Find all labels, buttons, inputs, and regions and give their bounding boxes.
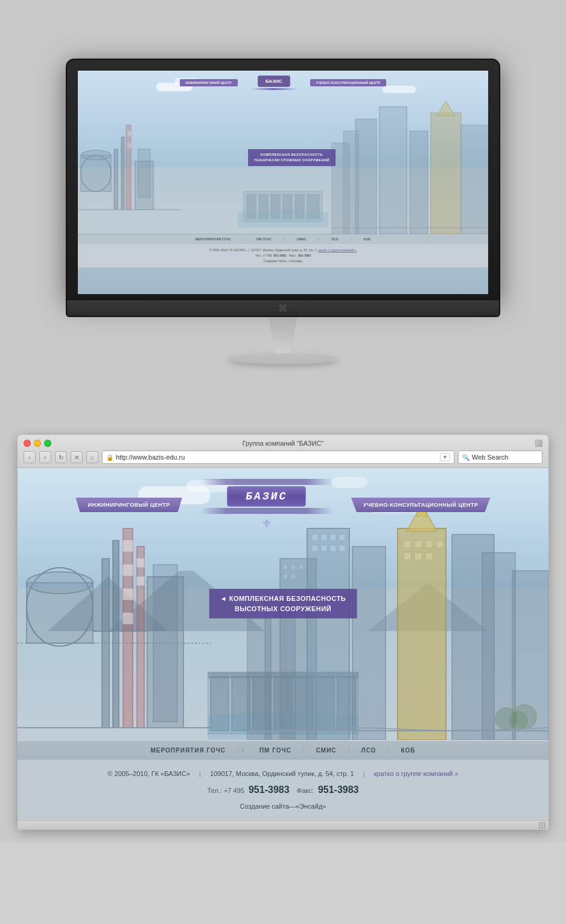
footer-nav-smis[interactable]: СМИС — [304, 747, 349, 754]
svg-point-2 — [81, 150, 111, 160]
svg-rect-82 — [404, 553, 411, 560]
svg-point-90 — [512, 705, 536, 729]
logo-banner[interactable]: БАЗИС — [227, 486, 306, 507]
svg-marker-19 — [437, 101, 455, 116]
svg-rect-70 — [312, 545, 318, 551]
imac-stand-neck — [259, 317, 307, 353]
svg-rect-63 — [283, 574, 288, 579]
svg-rect-42 — [137, 577, 144, 585]
imac-logo[interactable]: БАЗИС — [258, 75, 290, 87]
footer-nav-gochs[interactable]: МЕРОПРИЯТИЯ ГОЧС — [139, 747, 238, 754]
hero-section: ИНЖИНИРИНГОВЫЙ ЦЕНТР БАЗИС ⚜ УЧЕБНО-КОНС… — [17, 468, 549, 740]
imac-footer-nav: МЕРОПРИЯТИЯ ГОЧС › ПМ ГОЧС | СМИС | ЛСО … — [78, 234, 488, 244]
imac-stand-base — [229, 353, 337, 364]
svg-rect-5 — [126, 125, 131, 210]
svg-rect-9 — [138, 149, 150, 197]
minimize-button[interactable] — [34, 440, 41, 447]
svg-rect-20 — [410, 131, 428, 234]
svg-rect-39 — [123, 613, 133, 624]
footer-nav-arrow: › — [242, 748, 244, 754]
url-icon: 🔒 — [106, 454, 113, 461]
industrial-sketch — [17, 510, 211, 740]
svg-rect-6 — [127, 131, 132, 136]
svg-rect-66 — [312, 534, 318, 541]
imac-nav: ИНЖИНИРИНГОВЫЙ ЦЕНТР БАЗИС УЧЕБНО-КОНСУЛ… — [78, 75, 488, 90]
search-magnifier-icon: 🔍 — [462, 454, 469, 461]
resize-icon[interactable] — [535, 440, 542, 447]
svg-rect-69 — [339, 534, 345, 541]
svg-rect-74 — [352, 547, 386, 740]
browser-viewport: ИНЖИНИРИНГОВЫЙ ЦЕНТР БАЗИС ⚜ УЧЕБНО-КОНС… — [17, 468, 549, 820]
search-input-text[interactable]: Web Search — [472, 454, 508, 461]
svg-rect-35 — [123, 528, 133, 728]
imac-copyright: © 2005–2010, ГК «БАЗИС» | 107017, Москва… — [78, 244, 488, 268]
back-button[interactable]: ‹ — [24, 451, 36, 463]
footer-nav-pm[interactable]: ПМ ГОЧС — [247, 747, 304, 754]
svg-rect-61 — [291, 565, 296, 569]
svg-rect-65 — [307, 528, 349, 740]
maximize-button[interactable] — [44, 440, 51, 447]
svg-rect-4 — [121, 137, 124, 210]
resize-handle[interactable] — [539, 822, 546, 829]
imac-screen: ИНЖИНИРИНГОВЫЙ ЦЕНТР БАЗИС УЧЕБНО-КОНСУЛ… — [78, 71, 488, 294]
imac-nav-left[interactable]: ИНЖИНИРИНГОВЫЙ ЦЕНТР — [180, 79, 238, 86]
browser-chrome: Группа компаний "БАЗИС" ‹ › ↻ ✕ ⌂ 🔒 http… — [17, 435, 549, 468]
svg-rect-84 — [425, 553, 433, 560]
forward-button[interactable]: › — [39, 451, 51, 463]
browser-toolbar: ‹ › ↻ ✕ ⌂ 🔒 http://www.bazis-edu.ru ▼ 🔍 … — [24, 451, 542, 464]
imac-headline: КОМПЛЕКСНАЯ БЕЗОПАСНОСТЬ ТЕХНИЧЕСКИ СЛОЖ… — [248, 149, 335, 166]
svg-rect-18 — [431, 113, 461, 234]
svg-rect-62 — [299, 565, 304, 569]
svg-rect-40 — [137, 547, 144, 728]
imac-section: ИНЖИНИРИНГОВЫЙ ЦЕНТР БАЗИС УЧЕБНО-КОНСУЛ… — [0, 0, 566, 423]
hero-headline: ◄ КОМПЛЕКСНАЯ БЕЗОПАСНОСТЬ ВЫСОТНЫХ СООР… — [209, 589, 357, 618]
imac-company-link[interactable]: кратко о группе компаний » — [318, 248, 357, 252]
footer-nav-lso[interactable]: ЛСО — [349, 747, 389, 754]
apple-logo-icon: ⌘ — [278, 303, 288, 314]
svg-rect-13 — [355, 119, 377, 234]
svg-rect-68 — [330, 534, 336, 541]
url-dropdown[interactable]: ▼ — [440, 453, 450, 461]
svg-rect-64 — [291, 574, 296, 579]
svg-point-32 — [27, 572, 93, 594]
nav-left-button[interactable]: ИНЖИНИРИНГОВЫЙ ЦЕНТР — [75, 498, 182, 512]
svg-rect-7 — [127, 143, 132, 148]
svg-rect-73 — [339, 545, 345, 551]
imac-nav-right[interactable]: УЧЕБНО-КОНСУЛЬТАЦИОННЫЙ ЦЕНТР — [310, 79, 387, 86]
svg-rect-36 — [123, 541, 133, 551]
svg-rect-72 — [330, 545, 336, 551]
footer-nav-kob[interactable]: КОБ — [389, 747, 427, 754]
website-full: ИНЖИНИРИНГОВЫЙ ЦЕНТР БАЗИС ⚜ УЧЕБНО-КОНС… — [17, 468, 549, 820]
refresh-button[interactable]: ↻ — [55, 451, 67, 463]
home-button[interactable]: ⌂ — [86, 451, 98, 463]
svg-rect-83 — [415, 553, 422, 560]
svg-rect-37 — [123, 565, 133, 576]
nav-right-button[interactable]: УЧЕБНО-КОНСУЛЬТАЦИОННЫЙ ЦЕНТР — [351, 498, 491, 512]
url-text: http://www.bazis-edu.ru — [116, 454, 185, 461]
svg-rect-21 — [461, 125, 488, 234]
headline-badge[interactable]: ◄ КОМПЛЕКСНАЯ БЕЗОПАСНОСТЬ ВЫСОТНЫХ СООР… — [209, 589, 357, 618]
footer-nav: МЕРОПРИЯТИЯ ГОЧС › ПМ ГОЧС СМИС ЛСО КОБ — [17, 740, 549, 760]
imac-bezel: ИНЖИНИРИНГОВЫЙ ЦЕНТР БАЗИС УЧЕБНО-КОНСУЛ… — [66, 59, 500, 300]
copyright-line1: © 2005–2010, ГК «БАЗИС» | 109017, Москва… — [36, 767, 530, 780]
company-link[interactable]: кратко о группе компаний » — [374, 770, 459, 777]
imac-wrapper: ИНЖИНИРИНГОВЫЙ ЦЕНТР БАЗИС УЧЕБНО-КОНСУЛ… — [66, 59, 500, 364]
svg-rect-3 — [114, 149, 118, 210]
close-button[interactable] — [24, 440, 31, 447]
svg-rect-79 — [415, 541, 422, 548]
close-tab-button[interactable]: ✕ — [71, 451, 83, 463]
copyright-section: © 2005–2010, ГК «БАЗИС» | 109017, Москва… — [17, 760, 549, 820]
url-bar[interactable]: 🔒 http://www.bazis-edu.ru ▼ — [102, 451, 454, 464]
browser-window: Группа компаний "БАЗИС" ‹ › ↻ ✕ ⌂ 🔒 http… — [17, 435, 549, 830]
imac-chin: ⌘ — [66, 300, 500, 317]
search-bar[interactable]: 🔍 Web Search — [458, 451, 542, 464]
svg-rect-34 — [113, 541, 119, 728]
svg-rect-15 — [363, 125, 365, 127]
site-nav: ИНЖИНИРИНГОВЫЙ ЦЕНТР БАЗИС ⚜ УЧЕБНО-КОНС… — [17, 479, 549, 531]
svg-rect-38 — [123, 589, 133, 600]
copyright-tel-line: Тел.: +7 495 951-3983 Факс: 951-3983 — [36, 780, 530, 800]
svg-rect-1 — [81, 155, 111, 191]
svg-rect-17 — [380, 107, 407, 234]
svg-rect-41 — [137, 559, 144, 567]
browser-title-bar: Группа компаний "БАЗИС" — [24, 440, 542, 447]
